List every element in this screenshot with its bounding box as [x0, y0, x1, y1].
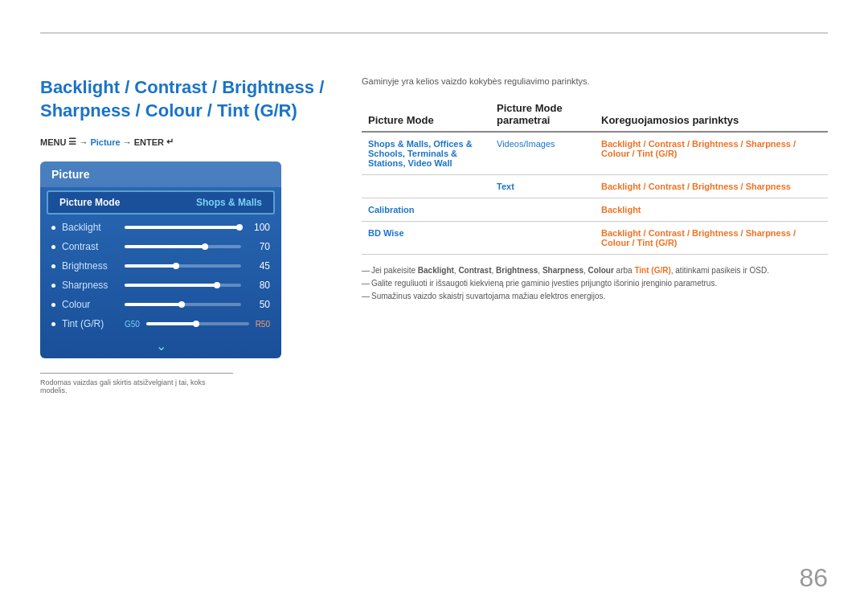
contrast-label: Contrast	[62, 241, 118, 252]
brightness-dot	[51, 264, 55, 268]
menu-icon: ☰	[68, 137, 76, 147]
contrast-dot	[51, 245, 55, 249]
sharpness-slider[interactable]	[125, 284, 241, 287]
row2-param: Text	[490, 175, 595, 198]
colour-row[interactable]: Colour 50	[40, 295, 281, 314]
right-column: Gaminyje yra kelios vaizdo kokybės regul…	[362, 76, 828, 394]
page-number: 86	[799, 563, 828, 593]
tint-slider[interactable]	[146, 322, 249, 325]
contrast-fill	[125, 245, 207, 248]
brightness-fill	[125, 264, 177, 268]
menu-path: MENU ☰ → Picture → ENTER ↵	[40, 137, 330, 147]
backlight-fill	[125, 226, 241, 229]
tint-label: Tint (G/R)	[62, 318, 118, 329]
col-header-param: Picture Mode parametrai	[490, 97, 595, 132]
tint-dot	[51, 322, 55, 326]
note-1: Jei pakeisite Backlight, Contrast, Brigh…	[362, 266, 828, 275]
col-header-mode: Picture Mode	[362, 97, 490, 132]
sharpness-value: 80	[248, 280, 270, 291]
picture-panel: Picture Picture Mode Shops & Malls Backl…	[40, 161, 281, 358]
colour-label: Colour	[62, 299, 118, 310]
colour-thumb	[178, 301, 185, 308]
colour-fill	[125, 303, 183, 306]
picture-link[interactable]: Picture	[90, 137, 120, 147]
row4-mode: BD Wise	[362, 222, 490, 255]
tint-right-label: R50	[256, 320, 270, 329]
tint-fill	[146, 322, 198, 325]
picture-mode-value: Shops & Malls	[196, 197, 262, 208]
table-row: Calibration Backlight	[362, 198, 828, 222]
page: Backlight / Contrast / Brightness / Shar…	[0, 0, 868, 613]
intro-text: Gaminyje yra kelios vaizdo kokybės regul…	[362, 76, 828, 86]
colour-value: 50	[248, 299, 270, 310]
row1-mode: Shops & Malls, Offices & Schools, Termin…	[362, 132, 490, 175]
left-column: Backlight / Contrast / Brightness / Shar…	[40, 76, 330, 394]
picture-mode-row[interactable]: Picture Mode Shops & Malls	[47, 190, 275, 215]
info-table: Picture Mode Picture Mode parametrai Kor…	[362, 97, 828, 255]
table-row: Text Backlight / Contrast / Brightness /…	[362, 175, 828, 198]
picture-mode-label: Picture Mode	[59, 197, 120, 208]
brightness-label: Brightness	[62, 260, 118, 272]
contrast-row[interactable]: Contrast 70	[40, 237, 281, 256]
backlight-value: 100	[248, 222, 270, 233]
note-2: Galite reguliuoti ir išsaugoti kiekvieną…	[362, 279, 828, 288]
contrast-slider[interactable]	[125, 245, 241, 248]
row2-mode	[362, 175, 490, 198]
page-title: Backlight / Contrast / Brightness / Shar…	[40, 76, 330, 122]
colour-dot	[51, 303, 55, 307]
col-header-options: Koreguojamosios parinktys	[595, 97, 828, 132]
brightness-slider[interactable]	[125, 264, 241, 268]
brightness-row[interactable]: Brightness 45	[40, 256, 281, 276]
table-row: Shops & Malls, Offices & Schools, Termin…	[362, 132, 828, 175]
row3-param	[490, 198, 595, 222]
backlight-dot	[51, 226, 55, 230]
panel-header: Picture	[40, 161, 281, 187]
backlight-label: Backlight	[62, 222, 118, 233]
chevron-row[interactable]: ⌄	[40, 333, 281, 358]
footnote-text: Rodomas vaizdas gali skirtis atsižvelgia…	[40, 378, 206, 394]
table-row: BD Wise Backlight / Contrast / Brightnes…	[362, 222, 828, 255]
tint-thumb	[193, 321, 199, 327]
sharpness-row[interactable]: Sharpness 80	[40, 276, 281, 295]
colour-slider[interactable]	[125, 303, 241, 306]
arrow-2: → ENTER	[123, 137, 164, 147]
row3-mode: Calibration	[362, 198, 490, 222]
sharpness-fill	[125, 284, 218, 287]
row3-options: Backlight	[595, 198, 828, 222]
contrast-value: 70	[248, 241, 270, 252]
sharpness-dot	[51, 284, 55, 288]
row4-param	[490, 222, 595, 255]
note-3: Sumažinus vaizdo skaistrį suvartojama ma…	[362, 292, 828, 300]
contrast-thumb	[202, 243, 208, 250]
sharpness-thumb	[214, 282, 220, 288]
row1-options: Backlight / Contrast / Brightness / Shar…	[595, 132, 828, 175]
arrow-1: →	[79, 137, 88, 147]
tint-left-label: G50	[125, 320, 140, 329]
menu-label: MENU	[40, 137, 66, 147]
sharpness-label: Sharpness	[62, 280, 118, 291]
backlight-slider[interactable]	[125, 226, 241, 229]
footnote-left: Rodomas vaizdas gali skirtis atsižvelgia…	[40, 373, 233, 394]
row4-options: Backlight / Contrast / Brightness / Shar…	[595, 222, 828, 255]
notes-section: Jei pakeisite Backlight, Contrast, Brigh…	[362, 266, 828, 300]
backlight-thumb	[236, 224, 243, 231]
enter-icon: ↵	[166, 137, 174, 147]
row2-options: Backlight / Contrast / Brightness / Shar…	[595, 175, 828, 198]
chevron-down-icon[interactable]: ⌄	[156, 338, 166, 353]
backlight-row[interactable]: Backlight 100	[40, 218, 281, 237]
row1-param: Videos/Images	[490, 132, 595, 175]
tint-row[interactable]: Tint (G/R) G50 R50	[40, 314, 281, 333]
brightness-thumb	[173, 263, 179, 269]
top-rule	[40, 32, 828, 34]
brightness-value: 45	[248, 260, 270, 272]
